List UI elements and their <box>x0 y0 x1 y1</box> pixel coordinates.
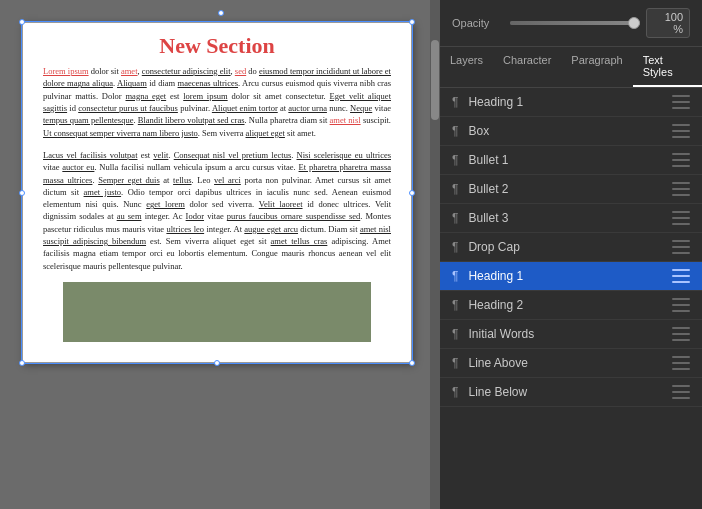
pilcrow-icon: ¶ <box>452 356 458 370</box>
top-center-handle[interactable] <box>218 10 224 16</box>
opacity-slider-container: 100 % <box>510 8 690 38</box>
handle-br[interactable] <box>409 360 415 366</box>
style-box[interactable]: ¶ Box <box>440 117 702 146</box>
style-line-above[interactable]: ¶ Line Above <box>440 349 702 378</box>
styles-list: ¶ Heading 1 ¶ Box ¶ Bullet 1 ¶ Bullet 2 … <box>440 88 702 509</box>
style-name: Line Below <box>468 385 672 399</box>
style-bullet3[interactable]: ¶ Bullet 3 <box>440 204 702 233</box>
page-image <box>63 282 371 342</box>
style-bullet1[interactable]: ¶ Bullet 1 <box>440 146 702 175</box>
style-name: Bullet 3 <box>468 211 672 225</box>
pilcrow-icon: ¶ <box>452 124 458 138</box>
style-menu-icon[interactable] <box>672 95 690 109</box>
style-name: Heading 2 <box>468 298 672 312</box>
tab-character[interactable]: Character <box>493 47 561 87</box>
style-name: Drop Cap <box>468 240 672 254</box>
style-menu-icon[interactable] <box>672 240 690 254</box>
handle-tr[interactable] <box>409 19 415 25</box>
handle-ml[interactable] <box>19 190 25 196</box>
opacity-label: Opacity <box>452 17 502 29</box>
pilcrow-icon: ¶ <box>452 153 458 167</box>
page-document: New Section Lorem ipsum dolor sit amet, … <box>22 22 412 363</box>
pilcrow-icon: ¶ <box>452 182 458 196</box>
pilcrow-icon: ¶ <box>452 211 458 225</box>
style-menu-icon[interactable] <box>672 124 690 138</box>
tab-paragraph[interactable]: Paragraph <box>561 47 632 87</box>
style-heading1-selected[interactable]: ¶ Heading 1 <box>440 262 702 291</box>
canvas-scrollbar-thumb[interactable] <box>431 40 439 120</box>
style-menu-icon[interactable] <box>672 182 690 196</box>
style-name: Box <box>468 124 672 138</box>
opacity-row: Opacity 100 % <box>440 0 702 47</box>
paragraph-1: Lorem ipsum dolor sit amet, consectetur … <box>43 65 391 139</box>
pilcrow-icon: ¶ <box>452 240 458 254</box>
handle-mr[interactable] <box>409 190 415 196</box>
style-heading2[interactable]: ¶ Heading 2 <box>440 291 702 320</box>
opacity-slider-fill <box>510 21 640 25</box>
tab-layers[interactable]: Layers <box>440 47 493 87</box>
canvas-area: New Section Lorem ipsum dolor sit amet, … <box>0 0 440 509</box>
style-menu-icon[interactable] <box>672 153 690 167</box>
style-menu-icon[interactable] <box>672 298 690 312</box>
style-menu-icon[interactable] <box>672 356 690 370</box>
style-name: Line Above <box>468 356 672 370</box>
style-menu-icon[interactable] <box>672 327 690 341</box>
style-name: Initial Words <box>468 327 672 341</box>
style-menu-icon[interactable] <box>672 211 690 225</box>
pilcrow-icon: ¶ <box>452 385 458 399</box>
style-name: Heading 1 <box>468 269 672 283</box>
handle-tl[interactable] <box>19 19 25 25</box>
paragraph-2: Lacus vel facilisis volutpat est velit. … <box>43 149 391 272</box>
page-title: New Section <box>23 23 411 65</box>
page-body: Lorem ipsum dolor sit amet, consectetur … <box>23 65 411 362</box>
handle-bl[interactable] <box>19 360 25 366</box>
style-line-below[interactable]: ¶ Line Below <box>440 378 702 407</box>
opacity-slider-track[interactable] <box>510 21 640 25</box>
opacity-slider-thumb[interactable] <box>628 17 640 29</box>
tab-text-styles[interactable]: Text Styles <box>633 47 702 87</box>
opacity-value: 100 % <box>646 8 690 38</box>
style-heading1-top[interactable]: ¶ Heading 1 <box>440 88 702 117</box>
style-initial-words[interactable]: ¶ Initial Words <box>440 320 702 349</box>
tab-bar: Layers Character Paragraph Text Styles <box>440 47 702 88</box>
style-bullet2[interactable]: ¶ Bullet 2 <box>440 175 702 204</box>
pilcrow-icon: ¶ <box>452 95 458 109</box>
style-menu-icon[interactable] <box>672 269 690 283</box>
style-menu-icon[interactable] <box>672 385 690 399</box>
style-drop-cap[interactable]: ¶ Drop Cap <box>440 233 702 262</box>
pilcrow-icon: ¶ <box>452 269 458 283</box>
canvas-scrollbar[interactable] <box>430 0 440 509</box>
style-name: Bullet 2 <box>468 182 672 196</box>
pilcrow-icon: ¶ <box>452 327 458 341</box>
handle-bm[interactable] <box>214 360 220 366</box>
style-name: Bullet 1 <box>468 153 672 167</box>
pilcrow-icon: ¶ <box>452 298 458 312</box>
style-name: Heading 1 <box>468 95 672 109</box>
right-panel: Opacity 100 % Layers Character Paragraph… <box>440 0 702 509</box>
